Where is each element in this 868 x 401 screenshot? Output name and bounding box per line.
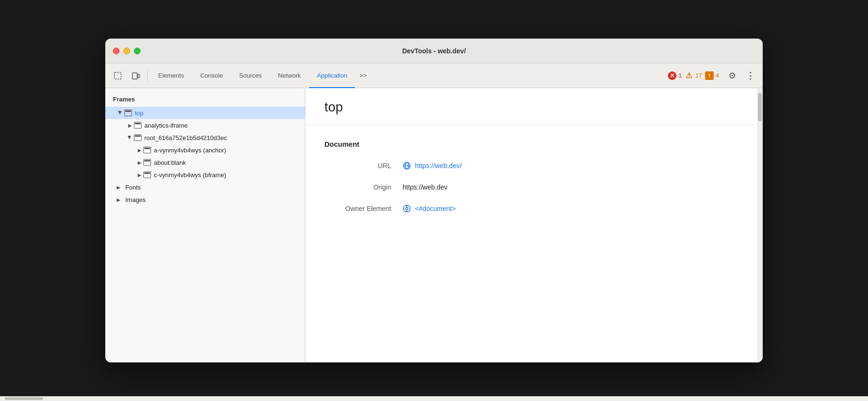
toolbar: Elements Console Sources Network Applica… — [105, 63, 763, 88]
tab-console[interactable]: Console — [192, 63, 231, 88]
device-icon — [131, 71, 140, 80]
gear-icon: ⚙ — [728, 70, 736, 81]
url-link[interactable]: https://web.dev/ — [415, 162, 462, 170]
origin-value: https://web.dev — [403, 183, 447, 191]
window-title: DevTools - web.dev/ — [402, 47, 466, 55]
tab-network[interactable]: Network — [271, 63, 309, 88]
svg-rect-1 — [132, 73, 137, 79]
tree-label-blank: about:blank — [154, 159, 186, 166]
tree-label-bframe: c-vynmy4vb4wys (bframe) — [154, 171, 226, 179]
content-document-section: Document URL https://web.dev/ — [305, 125, 763, 241]
error-icon: ✕ — [668, 71, 676, 80]
owner-element-link[interactable]: <#document> — [415, 205, 456, 212]
tree-section-fonts[interactable]: ▶ Fonts — [105, 181, 305, 193]
svg-point-7 — [406, 208, 408, 210]
error-badge[interactable]: ✕ 1 — [668, 71, 682, 80]
owner-element-label: Owner Element — [324, 205, 391, 212]
tree-arrow-root: ▶ — [126, 134, 134, 141]
tab-application[interactable]: Application — [309, 63, 355, 88]
tree-arrow-blank: ▶ — [136, 159, 143, 166]
tree-label-root: root_616a752e1b5d4210d3ec — [144, 134, 227, 141]
frame-icon-bframe — [143, 171, 151, 178]
warning-badge[interactable]: ⚠ 17 — [685, 71, 702, 80]
tree-label-top: top — [135, 110, 143, 117]
tree-label-images: Images — [125, 196, 146, 203]
owner-element-row: Owner Element <#document> — [324, 204, 744, 213]
frame-icon-root — [134, 134, 141, 141]
tree-arrow-anchor: ▶ — [136, 146, 143, 154]
toolbar-divider — [147, 70, 148, 81]
document-section-title: Document — [324, 140, 744, 148]
warning-icon: ⚠ — [685, 71, 693, 80]
content-header: top — [305, 88, 763, 125]
scrollbar-thumb — [758, 93, 762, 121]
tree-item-blank[interactable]: ▶ about:blank — [105, 156, 305, 169]
tree-arrow-analytics: ▶ — [126, 121, 134, 129]
traffic-lights — [113, 48, 141, 54]
tab-elements[interactable]: Elements — [151, 63, 192, 88]
badge-group: ✕ 1 ⚠ 17 ! 4 — [668, 71, 719, 80]
url-value: https://web.dev/ — [403, 161, 462, 170]
maximize-button[interactable] — [134, 48, 141, 54]
tree-arrow-top: ▶ — [117, 109, 124, 117]
node-icon — [403, 204, 411, 213]
url-label: URL — [324, 162, 391, 170]
settings-button[interactable]: ⚙ — [724, 67, 741, 84]
main-content: Frames ▶ top ▶ analytics-iframe ▶ root_6… — [105, 88, 763, 362]
cursor-icon — [113, 71, 122, 80]
svg-rect-2 — [138, 74, 140, 78]
origin-label: Origin — [324, 183, 391, 191]
frame-icon-blank — [143, 159, 151, 166]
globe-icon — [403, 161, 411, 170]
tree-item-anchor[interactable]: ▶ a-vynmy4vb4wys (anchor) — [105, 144, 305, 156]
minimize-button[interactable] — [123, 48, 130, 54]
info-icon: ! — [705, 71, 714, 80]
devtools-window: DevTools - web.dev/ Elements Console Sou… — [105, 39, 763, 362]
tree-item-root[interactable]: ▶ root_616a752e1b5d4210d3ec — [105, 131, 305, 144]
frame-icon-analytics — [134, 122, 141, 129]
tree-item-top[interactable]: ▶ top — [105, 107, 305, 119]
more-vert-icon: ⋮ — [746, 70, 755, 81]
frame-icon-top — [124, 110, 132, 116]
owner-element-value: <#document> — [403, 204, 456, 213]
svg-rect-0 — [114, 72, 121, 79]
tree-section-images[interactable]: ▶ Images — [105, 193, 305, 206]
tab-sources[interactable]: Sources — [232, 63, 270, 88]
info-badge[interactable]: ! 4 — [705, 71, 719, 80]
tree-label-anchor: a-vynmy4vb4wys (anchor) — [154, 147, 226, 154]
tree-arrow-fonts: ▶ — [115, 183, 122, 191]
tree-label-analytics: analytics-iframe — [144, 122, 188, 129]
url-row: URL https://web.dev/ — [324, 161, 744, 170]
content-page-title: top — [324, 100, 744, 115]
tree-item-analytics[interactable]: ▶ analytics-iframe — [105, 119, 305, 131]
sidebar-section-title: Frames — [105, 88, 305, 107]
tree-arrow-images: ▶ — [115, 196, 122, 203]
origin-row: Origin https://web.dev — [324, 183, 744, 191]
titlebar: DevTools - web.dev/ — [105, 39, 763, 63]
frame-icon-anchor — [143, 147, 151, 153]
origin-text: https://web.dev — [403, 183, 447, 191]
content-scrollbar[interactable] — [757, 88, 763, 362]
close-button[interactable] — [113, 48, 120, 54]
content-pane: top Document URL https://web.dev/ — [305, 88, 763, 362]
more-tabs-button[interactable]: >> — [356, 67, 371, 84]
cursor-tool-button[interactable] — [109, 67, 126, 84]
tree-label-fonts: Fonts — [125, 184, 141, 191]
tree-item-bframe[interactable]: ▶ c-vynmy4vb4wys (bframe) — [105, 169, 305, 181]
more-options-button[interactable]: ⋮ — [742, 67, 759, 84]
device-tool-button[interactable] — [127, 67, 144, 84]
sidebar: Frames ▶ top ▶ analytics-iframe ▶ root_6… — [105, 88, 305, 362]
tree-arrow-bframe: ▶ — [136, 171, 143, 179]
